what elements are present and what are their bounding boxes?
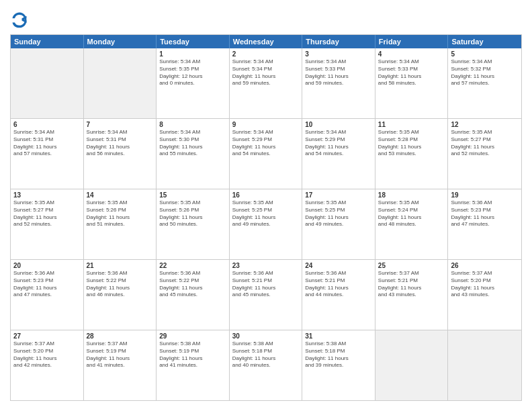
- day-number: 22: [159, 262, 226, 269]
- calendar-cell: 5Sunrise: 5:34 AM Sunset: 5:32 PM Daylig…: [448, 48, 521, 118]
- logo: [10, 10, 32, 29]
- weekday-header: Wednesday: [230, 35, 303, 48]
- calendar-cell: 12Sunrise: 5:35 AM Sunset: 5:27 PM Dayli…: [448, 119, 521, 189]
- calendar: SundayMondayTuesdayWednesdayThursdayFrid…: [10, 34, 522, 401]
- day-number: 25: [378, 262, 445, 269]
- calendar-cell: 21Sunrise: 5:36 AM Sunset: 5:22 PM Dayli…: [84, 260, 157, 330]
- day-number: 30: [232, 332, 300, 340]
- calendar-row: 6Sunrise: 5:34 AM Sunset: 5:31 PM Daylig…: [11, 118, 521, 189]
- calendar-row: 27Sunrise: 5:37 AM Sunset: 5:20 PM Dayli…: [11, 330, 521, 400]
- calendar-cell: 14Sunrise: 5:35 AM Sunset: 5:26 PM Dayli…: [84, 189, 157, 259]
- header: [10, 10, 522, 29]
- day-number: 7: [87, 121, 154, 128]
- calendar-row: 20Sunrise: 5:36 AM Sunset: 5:23 PM Dayli…: [11, 259, 521, 330]
- calendar-cell: 16Sunrise: 5:35 AM Sunset: 5:25 PM Dayli…: [230, 189, 303, 259]
- cell-info: Sunrise: 5:37 AM Sunset: 5:21 PM Dayligh…: [378, 270, 445, 299]
- calendar-cell: 23Sunrise: 5:36 AM Sunset: 5:21 PM Dayli…: [230, 260, 303, 330]
- calendar-cell: 11Sunrise: 5:35 AM Sunset: 5:28 PM Dayli…: [375, 119, 449, 189]
- calendar-cell: 31Sunrise: 5:38 AM Sunset: 5:18 PM Dayli…: [302, 330, 375, 400]
- day-number: 21: [87, 262, 154, 269]
- day-number: 5: [451, 50, 519, 58]
- cell-info: Sunrise: 5:36 AM Sunset: 5:23 PM Dayligh…: [451, 199, 519, 228]
- calendar-cell: 7Sunrise: 5:34 AM Sunset: 5:31 PM Daylig…: [84, 119, 157, 189]
- weekday-header: Monday: [84, 35, 157, 48]
- calendar-cell: 15Sunrise: 5:35 AM Sunset: 5:26 PM Dayli…: [157, 189, 230, 259]
- calendar-row: 13Sunrise: 5:35 AM Sunset: 5:27 PM Dayli…: [11, 189, 521, 259]
- weekday-header: Friday: [375, 35, 449, 48]
- cell-info: Sunrise: 5:35 AM Sunset: 5:24 PM Dayligh…: [378, 199, 445, 228]
- cell-info: Sunrise: 5:35 AM Sunset: 5:28 PM Dayligh…: [378, 129, 445, 158]
- day-number: 14: [87, 191, 154, 199]
- cell-info: Sunrise: 5:34 AM Sunset: 5:33 PM Dayligh…: [378, 58, 445, 87]
- day-number: 24: [305, 262, 372, 269]
- cell-info: Sunrise: 5:38 AM Sunset: 5:18 PM Dayligh…: [232, 340, 300, 369]
- day-number: 31: [305, 332, 372, 340]
- cell-info: Sunrise: 5:34 AM Sunset: 5:33 PM Dayligh…: [305, 58, 372, 87]
- calendar-cell: 3Sunrise: 5:34 AM Sunset: 5:33 PM Daylig…: [302, 48, 375, 118]
- calendar-cell: [84, 48, 157, 118]
- calendar-cell: 9Sunrise: 5:34 AM Sunset: 5:29 PM Daylig…: [230, 119, 303, 189]
- cell-info: Sunrise: 5:38 AM Sunset: 5:18 PM Dayligh…: [305, 340, 372, 369]
- cell-info: Sunrise: 5:35 AM Sunset: 5:25 PM Dayligh…: [232, 199, 300, 228]
- calendar-cell: 20Sunrise: 5:36 AM Sunset: 5:23 PM Dayli…: [11, 260, 84, 330]
- calendar-cell: 10Sunrise: 5:34 AM Sunset: 5:29 PM Dayli…: [302, 119, 375, 189]
- calendar-header: SundayMondayTuesdayWednesdayThursdayFrid…: [11, 35, 521, 48]
- day-number: 2: [232, 50, 300, 58]
- day-number: 17: [305, 191, 372, 199]
- calendar-cell: 22Sunrise: 5:36 AM Sunset: 5:22 PM Dayli…: [157, 260, 230, 330]
- day-number: 12: [451, 121, 519, 128]
- cell-info: Sunrise: 5:36 AM Sunset: 5:21 PM Dayligh…: [305, 270, 372, 299]
- day-number: 4: [378, 50, 445, 58]
- calendar-cell: 13Sunrise: 5:35 AM Sunset: 5:27 PM Dayli…: [11, 189, 84, 259]
- day-number: 3: [305, 50, 372, 58]
- cell-info: Sunrise: 5:35 AM Sunset: 5:26 PM Dayligh…: [159, 199, 226, 228]
- day-number: 20: [13, 262, 81, 269]
- cell-info: Sunrise: 5:36 AM Sunset: 5:21 PM Dayligh…: [232, 270, 300, 299]
- cell-info: Sunrise: 5:36 AM Sunset: 5:22 PM Dayligh…: [87, 270, 154, 299]
- calendar-row: 1Sunrise: 5:34 AM Sunset: 5:35 PM Daylig…: [11, 48, 521, 118]
- cell-info: Sunrise: 5:34 AM Sunset: 5:32 PM Dayligh…: [451, 58, 519, 87]
- cell-info: Sunrise: 5:37 AM Sunset: 5:20 PM Dayligh…: [13, 340, 81, 369]
- cell-info: Sunrise: 5:35 AM Sunset: 5:26 PM Dayligh…: [87, 199, 154, 228]
- day-number: 1: [159, 50, 226, 58]
- cell-info: Sunrise: 5:35 AM Sunset: 5:27 PM Dayligh…: [13, 199, 81, 228]
- cell-info: Sunrise: 5:37 AM Sunset: 5:20 PM Dayligh…: [451, 270, 519, 299]
- calendar-cell: [375, 330, 449, 400]
- weekday-header: Sunday: [11, 35, 84, 48]
- day-number: 6: [13, 121, 81, 128]
- calendar-cell: 4Sunrise: 5:34 AM Sunset: 5:33 PM Daylig…: [375, 48, 449, 118]
- cell-info: Sunrise: 5:34 AM Sunset: 5:31 PM Dayligh…: [87, 129, 154, 158]
- day-number: 8: [159, 121, 226, 128]
- cell-info: Sunrise: 5:35 AM Sunset: 5:25 PM Dayligh…: [305, 199, 372, 228]
- calendar-cell: 18Sunrise: 5:35 AM Sunset: 5:24 PM Dayli…: [375, 189, 449, 259]
- day-number: 28: [87, 332, 154, 340]
- calendar-cell: 24Sunrise: 5:36 AM Sunset: 5:21 PM Dayli…: [302, 260, 375, 330]
- calendar-cell: 19Sunrise: 5:36 AM Sunset: 5:23 PM Dayli…: [448, 189, 521, 259]
- day-number: 19: [451, 191, 519, 199]
- day-number: 11: [378, 121, 445, 128]
- calendar-cell: [448, 330, 521, 400]
- calendar-cell: 30Sunrise: 5:38 AM Sunset: 5:18 PM Dayli…: [230, 330, 303, 400]
- page: SundayMondayTuesdayWednesdayThursdayFrid…: [0, 0, 532, 411]
- calendar-cell: 17Sunrise: 5:35 AM Sunset: 5:25 PM Dayli…: [302, 189, 375, 259]
- weekday-header: Thursday: [302, 35, 375, 48]
- day-number: 27: [13, 332, 81, 340]
- cell-info: Sunrise: 5:34 AM Sunset: 5:31 PM Dayligh…: [13, 129, 81, 158]
- cell-info: Sunrise: 5:34 AM Sunset: 5:34 PM Dayligh…: [232, 58, 300, 87]
- weekday-header: Saturday: [448, 35, 521, 48]
- day-number: 15: [159, 191, 226, 199]
- cell-info: Sunrise: 5:36 AM Sunset: 5:23 PM Dayligh…: [13, 270, 81, 299]
- day-number: 10: [305, 121, 372, 128]
- calendar-cell: 2Sunrise: 5:34 AM Sunset: 5:34 PM Daylig…: [230, 48, 303, 118]
- calendar-cell: 27Sunrise: 5:37 AM Sunset: 5:20 PM Dayli…: [11, 330, 84, 400]
- cell-info: Sunrise: 5:34 AM Sunset: 5:35 PM Dayligh…: [159, 58, 226, 87]
- day-number: 16: [232, 191, 300, 199]
- cell-info: Sunrise: 5:37 AM Sunset: 5:19 PM Dayligh…: [87, 340, 154, 369]
- calendar-cell: 25Sunrise: 5:37 AM Sunset: 5:21 PM Dayli…: [375, 260, 449, 330]
- calendar-cell: [11, 48, 84, 118]
- logo-icon: [10, 10, 29, 29]
- calendar-cell: 8Sunrise: 5:34 AM Sunset: 5:30 PM Daylig…: [157, 119, 230, 189]
- calendar-cell: 1Sunrise: 5:34 AM Sunset: 5:35 PM Daylig…: [157, 48, 230, 118]
- day-number: 13: [13, 191, 81, 199]
- cell-info: Sunrise: 5:34 AM Sunset: 5:29 PM Dayligh…: [232, 129, 300, 158]
